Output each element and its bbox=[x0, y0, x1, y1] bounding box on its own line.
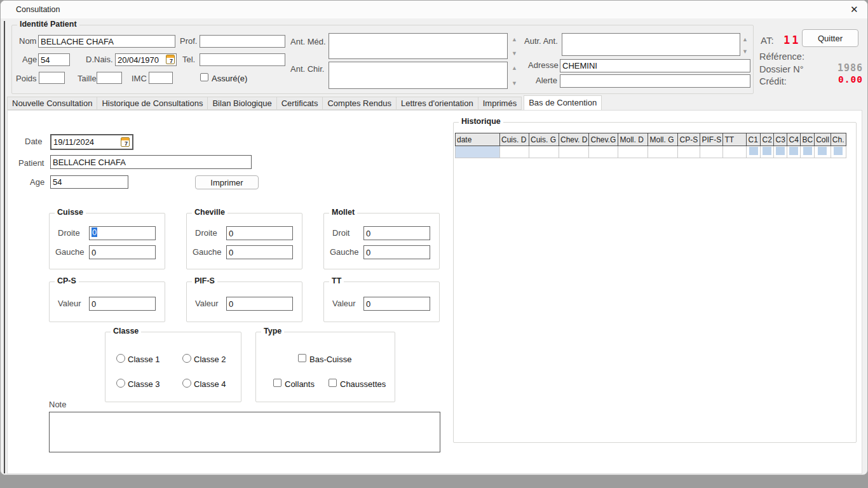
date-cell[interactable] bbox=[456, 146, 500, 158]
cell-chev-g[interactable] bbox=[589, 146, 618, 158]
cell-bc[interactable] bbox=[801, 146, 815, 158]
tt-valeur-field[interactable] bbox=[363, 297, 430, 311]
mollet-droit-field[interactable] bbox=[363, 226, 430, 240]
ant-chir-field[interactable] bbox=[329, 62, 508, 89]
col-c3[interactable]: C3 bbox=[774, 133, 787, 146]
col-cuis-d[interactable]: Cuis. D bbox=[500, 133, 529, 146]
classe2-radio[interactable] bbox=[182, 354, 191, 363]
col-c1[interactable]: C1 bbox=[747, 133, 761, 146]
cell-c4[interactable] bbox=[787, 146, 801, 158]
quitter-button[interactable]: Quitter bbox=[802, 29, 858, 47]
imprimer-button[interactable]: Imprimer bbox=[195, 175, 259, 189]
table-row[interactable] bbox=[456, 146, 846, 158]
col-chev-d[interactable]: Chev. D bbox=[559, 133, 589, 146]
cell-c2[interactable] bbox=[761, 146, 774, 158]
credit-value: 0.00 bbox=[824, 74, 863, 85]
tab-comptes-rendus[interactable]: Comptes Rendus bbox=[322, 97, 396, 110]
adresse-field[interactable] bbox=[560, 59, 750, 72]
taille-field[interactable] bbox=[97, 72, 122, 84]
cell-c1[interactable] bbox=[747, 146, 761, 158]
ant-med-down-icon[interactable]: ▼ bbox=[512, 51, 517, 57]
ant-med-label: Ant. Méd. bbox=[290, 37, 326, 46]
form-age-field[interactable] bbox=[50, 175, 128, 189]
age-field[interactable] bbox=[38, 53, 70, 66]
tab-imprimes[interactable]: Imprimés bbox=[478, 97, 522, 110]
col-chev-g[interactable]: Chev.G bbox=[589, 133, 618, 146]
ant-chir-down-icon[interactable]: ▼ bbox=[512, 81, 517, 86]
cuisse-gauche-field[interactable] bbox=[89, 245, 156, 259]
type-groupbox: Type Bas-Cuisse Collants Chaussettes bbox=[255, 332, 395, 402]
prof-field[interactable] bbox=[200, 35, 285, 48]
tab-certificats[interactable]: Certificats bbox=[276, 97, 323, 110]
poids-field[interactable] bbox=[39, 72, 65, 84]
ant-chir-up-icon[interactable]: ▲ bbox=[512, 65, 517, 71]
cheville-droite-field[interactable] bbox=[226, 226, 293, 240]
autr-ant-field[interactable] bbox=[562, 33, 740, 56]
date-calendar-icon[interactable] bbox=[121, 137, 130, 147]
collants-checkbox[interactable] bbox=[273, 379, 281, 387]
classe3-radio[interactable] bbox=[116, 379, 125, 388]
cell-cps[interactable] bbox=[678, 146, 700, 158]
cell-moll-d[interactable] bbox=[618, 146, 648, 158]
imc-field[interactable] bbox=[149, 72, 173, 84]
cell-chev-d[interactable] bbox=[559, 146, 589, 158]
col-tt[interactable]: TT bbox=[723, 133, 747, 146]
cps-groupbox: CP-S Valeur bbox=[49, 281, 165, 322]
pifs-valeur-field[interactable] bbox=[226, 297, 293, 311]
tab-historique-de-consultations[interactable]: Historique de Consultations bbox=[97, 97, 208, 110]
classe1-radio[interactable] bbox=[116, 354, 125, 363]
classe4-radio[interactable] bbox=[182, 379, 191, 388]
close-icon[interactable]: ✕ bbox=[850, 4, 858, 15]
tt-valeur-label: Valeur bbox=[332, 299, 356, 308]
assure-checkbox[interactable] bbox=[200, 73, 208, 81]
tab-nouvelle-consultation[interactable]: Nouvelle Consultation bbox=[7, 97, 97, 110]
col-pifs[interactable]: PIF-S bbox=[700, 133, 723, 146]
tab-bas-de-contention[interactable]: Bas de Contention bbox=[524, 95, 602, 110]
cell-pifs[interactable] bbox=[700, 146, 723, 158]
cell-tt[interactable] bbox=[723, 146, 747, 158]
bas-cuisse-checkbox[interactable] bbox=[298, 354, 306, 362]
cheville-title: Cheville bbox=[192, 208, 227, 217]
alerte-label: Alerte bbox=[536, 76, 557, 85]
autr-ant-up-icon[interactable]: ▲ bbox=[742, 37, 748, 43]
tab-bilan-biologique[interactable]: Bilan Biologique bbox=[207, 97, 276, 110]
cuisse-droite-field[interactable]: 0 bbox=[89, 226, 156, 240]
cell-cuis-d[interactable] bbox=[500, 146, 529, 158]
alerte-field[interactable] bbox=[560, 74, 750, 88]
cell-c3[interactable] bbox=[774, 146, 787, 158]
classe1-label: Classe 1 bbox=[128, 355, 160, 364]
background-window-edge bbox=[4, 21, 5, 473]
autr-ant-down-icon[interactable]: ▼ bbox=[742, 49, 748, 55]
col-bc[interactable]: BC bbox=[801, 133, 815, 146]
col-coll[interactable]: Coll bbox=[815, 133, 831, 146]
patient-label: Patient bbox=[18, 158, 44, 168]
cheville-gauche-field[interactable] bbox=[226, 245, 293, 259]
tel-field[interactable] bbox=[200, 53, 285, 66]
col-ch[interactable]: Ch. bbox=[831, 133, 846, 146]
col-cuis-g[interactable]: Cuis. G bbox=[529, 133, 559, 146]
col-moll-d[interactable]: Moll. D bbox=[618, 133, 648, 146]
ant-med-up-icon[interactable]: ▲ bbox=[512, 37, 517, 43]
col-c4[interactable]: C4 bbox=[787, 133, 801, 146]
patient-field[interactable] bbox=[50, 155, 252, 169]
pifs-groupbox: PIF-S Valeur bbox=[186, 281, 302, 322]
date-label: Date bbox=[25, 137, 42, 146]
chaussettes-checkbox[interactable] bbox=[329, 379, 337, 387]
nom-field[interactable] bbox=[38, 35, 175, 48]
cell-coll[interactable] bbox=[815, 146, 831, 158]
cell-ch[interactable] bbox=[831, 146, 846, 158]
mollet-gauche-field[interactable] bbox=[363, 245, 430, 259]
note-field[interactable] bbox=[49, 412, 440, 452]
cps-valeur-field[interactable] bbox=[89, 297, 156, 311]
historique-table[interactable]: date Cuis. D Cuis. G Chev. D Chev.G Moll… bbox=[455, 133, 846, 158]
dnais-calendar-icon[interactable] bbox=[166, 55, 175, 64]
col-c2[interactable]: C2 bbox=[761, 133, 774, 146]
cell-moll-g[interactable] bbox=[648, 146, 678, 158]
cell-cuis-g[interactable] bbox=[529, 146, 559, 158]
col-date[interactable]: date bbox=[456, 133, 500, 146]
col-moll-g[interactable]: Moll. G bbox=[648, 133, 678, 146]
tt-groupbox: TT Valeur bbox=[323, 281, 440, 322]
tab-lettres-orientation[interactable]: Lettres d'orientation bbox=[396, 97, 478, 110]
col-cps[interactable]: CP-S bbox=[678, 133, 700, 146]
ant-med-field[interactable] bbox=[329, 33, 508, 59]
